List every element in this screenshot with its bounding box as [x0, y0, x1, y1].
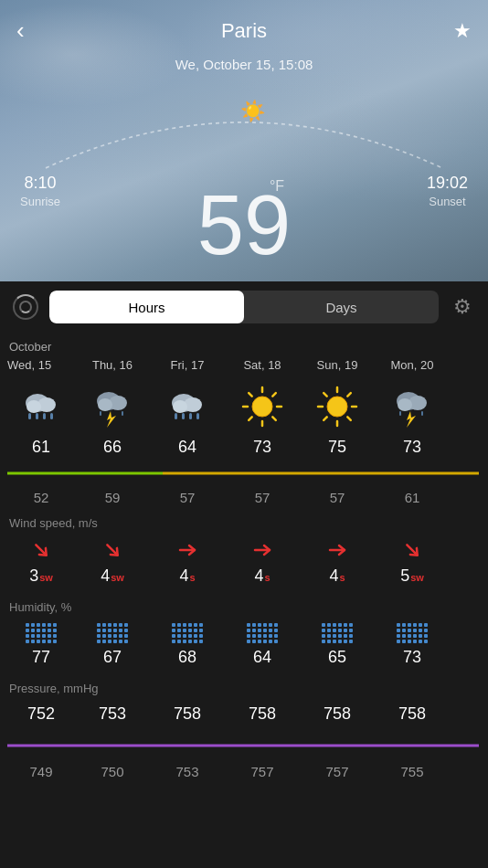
humidity-icon-1 — [97, 623, 129, 644]
gear-icon: ⚙ — [453, 295, 472, 319]
wind-speed-row-1: 4 sw — [101, 566, 124, 586]
temp-low-2: 57 — [150, 490, 225, 505]
bar-green — [7, 472, 163, 475]
svg-point-15 — [173, 400, 187, 413]
humidity-icon-3 — [247, 623, 279, 644]
month-section: October — [0, 333, 488, 356]
wind-cell-2: 4 s — [150, 539, 225, 586]
temp-high-5: 73 — [375, 438, 450, 457]
sunrise-block: 8:10 Sunrise — [20, 174, 60, 209]
wind-dir-0: sw — [39, 572, 53, 583]
humidity-val-0: 77 — [32, 648, 50, 667]
weather-icon-5 — [375, 379, 450, 434]
wind-dir-2: s — [189, 572, 195, 583]
wind-dir-1: sw — [111, 572, 124, 583]
weather-icon-3 — [225, 379, 300, 434]
current-temp: 59 — [197, 183, 291, 267]
wind-speed-0: 3 — [29, 566, 38, 586]
wind-arrow-5 — [401, 539, 423, 565]
loader-icon — [9, 291, 42, 323]
svg-marker-10 — [107, 411, 116, 428]
pressure-low-4: 757 — [300, 764, 375, 779]
tab-hours[interactable]: Hours — [49, 291, 244, 323]
day-header-0: Wed, 15 — [7, 356, 75, 374]
temp-low-1: 59 — [75, 490, 150, 505]
humidity-icon-2 — [172, 623, 204, 644]
wind-cell-1: 4 sw — [75, 539, 150, 586]
day-header-4: Sun, 19 — [300, 356, 375, 374]
pressure-low-3: 757 — [225, 764, 300, 779]
bottom-panel: Hours Days ⚙ October Wed, 15Thu, 16Fri, … — [0, 281, 488, 868]
wind-cell-4: 4 s — [300, 539, 375, 586]
day-header-1: Thu, 16 — [75, 356, 150, 374]
favorite-button[interactable]: ★ — [444, 19, 472, 43]
day-header-5: Mon, 20 — [375, 356, 450, 374]
humidity-val-4: 65 — [328, 648, 346, 667]
tab-days[interactable]: Days — [244, 291, 439, 323]
humidity-icon-0 — [26, 623, 58, 644]
bar-yellow — [163, 472, 479, 475]
wind-speed-row-3: 4 s — [254, 566, 270, 586]
pressure-high-0: 752 — [7, 704, 75, 724]
wind-dir-5: sw — [410, 572, 424, 583]
svg-rect-43 — [421, 411, 423, 416]
wind-speed-5: 5 — [400, 566, 409, 586]
wind-speed-row-2: 4 s — [179, 566, 195, 586]
temp-low-4: 57 — [300, 490, 375, 505]
wind-dir-3: s — [264, 572, 270, 583]
pressure-low-0: 749 — [7, 764, 75, 779]
weather-icon-2 — [150, 379, 225, 434]
sun-arc: ☀️ — [37, 87, 451, 178]
month-label: October — [9, 340, 51, 354]
tabs-row: Hours Days ⚙ — [0, 281, 488, 333]
wind-arrow-2 — [176, 539, 198, 565]
sun-position-icon: ☀️ — [240, 100, 265, 123]
pressure-high-4: 758 — [300, 704, 375, 724]
wind-arrow-3 — [251, 539, 273, 565]
svg-rect-11 — [100, 411, 101, 416]
day-header-3: Sat, 18 — [225, 356, 300, 374]
back-button[interactable]: ‹ — [16, 16, 44, 45]
svg-rect-5 — [43, 413, 46, 419]
humidity-section-header: Humidity, % — [0, 589, 488, 619]
humidity-val-2: 68 — [178, 648, 196, 667]
day-header-2: Fri, 17 — [150, 356, 225, 374]
svg-point-29 — [327, 397, 347, 417]
wind-row: 3 sw 4 sw 4 s 4 s 4 s 5 sw — [0, 535, 488, 589]
svg-rect-17 — [182, 413, 185, 419]
bar-purple-2 — [172, 745, 479, 747]
svg-rect-18 — [189, 413, 192, 419]
svg-line-33 — [324, 417, 327, 420]
spinner-inner — [19, 301, 32, 313]
svg-rect-12 — [122, 411, 123, 416]
svg-point-20 — [252, 397, 272, 417]
humidity-icon-4 — [322, 623, 354, 644]
temp-high-2: 64 — [150, 438, 225, 457]
humidity-cell-2: 68 — [150, 623, 225, 667]
svg-point-40 — [398, 398, 412, 411]
svg-line-31 — [347, 417, 351, 420]
weather-icons-row — [0, 374, 488, 438]
wind-speed-4: 4 — [329, 566, 338, 586]
svg-line-35 — [324, 393, 327, 397]
sunset-block: 19:02 Sunset — [427, 174, 468, 209]
svg-line-24 — [249, 417, 252, 420]
humidity-cell-1: 67 — [75, 623, 150, 667]
humidity-val-1: 67 — [103, 648, 122, 667]
svg-rect-16 — [175, 413, 177, 419]
pressure-section-header: Pressure, mmHg — [0, 671, 488, 701]
humidity-icon-5 — [397, 623, 429, 644]
sunset-label: Sunset — [429, 195, 465, 208]
settings-button[interactable]: ⚙ — [446, 291, 479, 323]
humidity-row: 77 67 68 64 65 73 — [0, 619, 488, 671]
wind-dir-4: s — [339, 572, 345, 583]
temp-high-3: 73 — [225, 438, 300, 457]
temp-high-row: 616664737573 — [0, 438, 488, 457]
wind-speed-row-0: 3 sw — [29, 566, 53, 586]
svg-rect-3 — [28, 413, 31, 419]
svg-point-2 — [27, 400, 41, 413]
svg-rect-6 — [50, 413, 53, 419]
svg-line-37 — [347, 393, 351, 397]
sunset-time: 19:02 — [427, 174, 468, 193]
humidity-cell-5: 73 — [375, 623, 450, 667]
